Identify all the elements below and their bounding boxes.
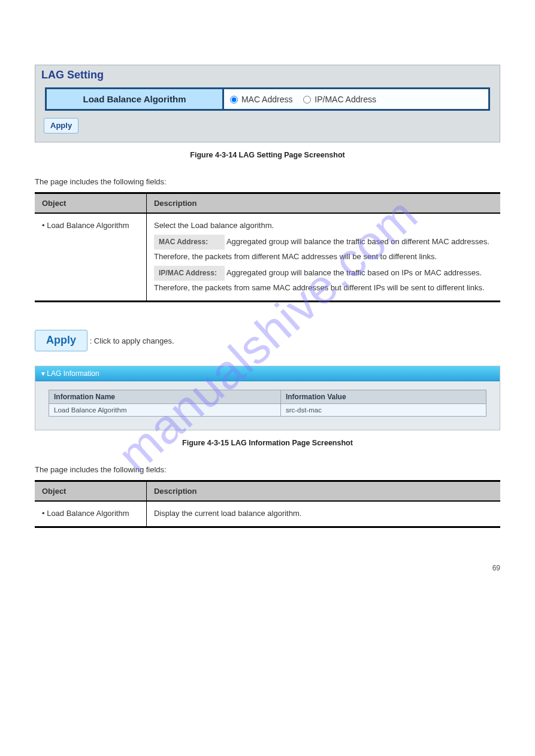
apply-button-large[interactable]: Apply [35,330,87,351]
figure-4-3-14-caption: Figure 4-3-14 LAG Setting Page Screensho… [35,151,500,159]
desc1-description-cell: Select the Load balance algorithm. MAC A… [146,213,500,301]
apply-button-small[interactable]: Apply [44,118,78,133]
row-label-load-balance: Load Balance Algorithm [46,89,223,110]
radio-ipmac-address-label[interactable]: IP/MAC Address [303,95,376,104]
desc2-lead: The page includes the following fields: [35,465,500,474]
radio-mac-address[interactable] [230,96,238,104]
desc2-header-object: Object [35,481,146,501]
desc2-object-cell: • Load Balance Algorithm [35,501,146,527]
figure-4-3-15-caption: Figure 4-3-15 LAG Information Page Scree… [35,439,500,447]
lag-setting-panel: LAG Setting Load Balance Algorithm MAC A… [35,65,500,142]
desc1-intro: Select the Load balance algorithm. [154,221,274,230]
desc1-header-description: Description [146,193,500,214]
radio-mac-address-text: MAC Address [241,95,293,104]
desc2-description-cell: Display the current load balance algorit… [146,501,500,527]
desc2-table: Object Description • Load Balance Algori… [35,480,500,528]
lag-information-panel: ▾ LAG Information Information Name Infor… [35,366,500,430]
section-heading-bar [35,36,500,59]
desc2-header-description: Description [146,481,500,501]
lag-setting-table: Load Balance Algorithm MAC Address IP/MA… [45,87,490,111]
desc1-table: Object Description • Load Balance Algori… [35,192,500,302]
lag-info-row-value: src-dst-mac [280,403,486,416]
desc1-mac-heading: MAC Address: [154,235,225,250]
lag-information-table: Information Name Information Value Load … [49,390,486,417]
desc1-lead: The page includes the following fields: [35,177,500,186]
radio-mac-address-label[interactable]: MAC Address [230,95,295,104]
lag-setting-title: LAG Setting [35,65,500,85]
page-number: 69 [35,564,500,572]
desc1-object-cell: • Load Balance Algorithm [35,213,146,301]
buttons-row: Apply : Click to apply changes. [35,314,500,354]
apply-note: : Click to apply changes. [90,336,174,345]
radio-ipmac-address[interactable] [303,96,311,104]
lag-info-header-value: Information Value [280,390,486,403]
desc1-header-object: Object [35,193,146,214]
lag-info-row-name: Load Balance Algorithm [49,403,281,416]
desc1-ipmac-heading: IP/MAC Address: [154,266,225,281]
row-value-load-balance: MAC Address IP/MAC Address [223,89,489,110]
lag-info-header-name: Information Name [49,390,281,403]
radio-ipmac-address-text: IP/MAC Address [315,95,376,104]
lag-information-title: ▾ LAG Information [35,366,500,381]
